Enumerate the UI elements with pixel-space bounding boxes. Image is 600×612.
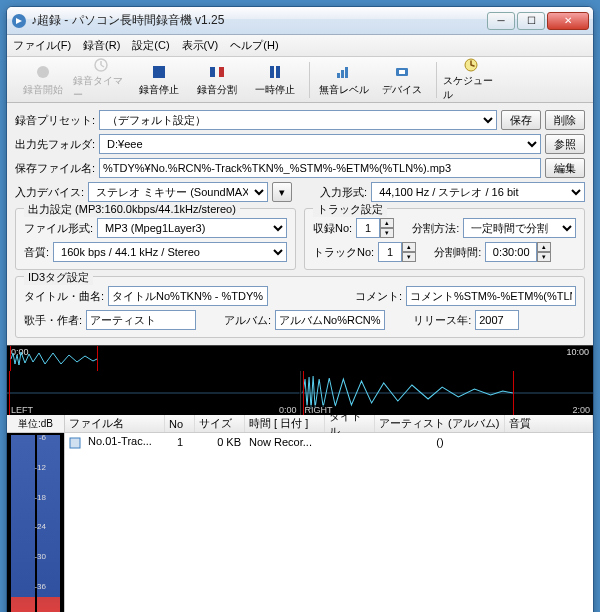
col-size[interactable]: サイズ: [195, 415, 245, 432]
waveform-right[interactable]: RIGHT 2:00: [301, 371, 594, 415]
output-group-title: 出力設定 (MP3:160.0kbps/44.1kHz/stereo): [24, 202, 240, 217]
rec-timer-button[interactable]: 録音タイマー: [73, 60, 129, 100]
preset-delete-button[interactable]: 削除: [545, 110, 585, 130]
titlebar[interactable]: ♪超録 - パソコン長時間録音機 v1.25 ─ ☐ ✕: [7, 7, 593, 35]
toolbar: 録音開始 録音タイマー 録音停止 録音分割 一時停止 無音レベル デバイス スケ…: [7, 57, 593, 103]
menu-settings[interactable]: 設定(C): [132, 38, 169, 53]
col-time[interactable]: 時間 [ 日付 ]: [245, 415, 325, 432]
svg-rect-16: [70, 438, 80, 448]
input-device-select[interactable]: ステレオ ミキサー (SoundMAX Int: [88, 182, 268, 202]
maximize-button[interactable]: ☐: [517, 12, 545, 30]
pause-button[interactable]: 一時停止: [247, 60, 303, 100]
device-button[interactable]: デバイス: [374, 60, 430, 100]
split-time-label: 分割時間:: [434, 245, 481, 260]
output-settings-group: 出力設定 (MP3:160.0kbps/44.1kHz/stereo) ファイル…: [15, 208, 296, 270]
svg-rect-7: [276, 66, 280, 78]
col-artist[interactable]: アーティスト (アルバム): [375, 415, 505, 432]
clock-icon: [461, 57, 481, 73]
id3-group: ID3タグ設定 タイトル・曲名: コメント: 歌手・作者: アルバム: リリース…: [15, 276, 585, 338]
quality-label: 音質:: [24, 245, 49, 260]
col-quality[interactable]: 音質: [505, 415, 593, 432]
track-group-title: トラック設定: [313, 202, 387, 217]
split-icon: [207, 62, 227, 82]
window-title: ♪超録 - パソコン長時間録音機 v1.25: [31, 12, 487, 29]
split-time-down[interactable]: ▾: [537, 252, 551, 262]
app-icon: [11, 13, 27, 29]
preset-label: 録音プリセット:: [15, 113, 95, 128]
svg-point-1: [37, 66, 49, 78]
minimize-button[interactable]: ─: [487, 12, 515, 30]
meter-header: 単位:dB: [7, 415, 64, 433]
right-channel-label: RIGHT: [303, 405, 335, 415]
browse-button[interactable]: 参照: [545, 134, 585, 154]
meter-scale: -6-12-18-24-30-36-42: [26, 433, 46, 612]
trackno-input[interactable]: [378, 242, 402, 262]
menu-file[interactable]: ファイル(F): [13, 38, 71, 53]
id3-album-input[interactable]: [275, 310, 385, 330]
id3-year-input[interactable]: [475, 310, 519, 330]
rec-start-button[interactable]: 録音開始: [15, 60, 71, 100]
device-icon: [392, 62, 412, 82]
input-format-label: 入力形式:: [320, 185, 367, 200]
svg-rect-10: [345, 67, 348, 78]
schedule-button[interactable]: スケジュール: [443, 60, 499, 100]
app-window: ♪超録 - パソコン長時間録音機 v1.25 ─ ☐ ✕ ファイル(F) 録音(…: [6, 6, 594, 612]
pause-icon: [265, 62, 285, 82]
split-time-input[interactable]: [485, 242, 537, 262]
record-icon: [33, 62, 53, 82]
id3-title-label: タイトル・曲名:: [24, 289, 104, 304]
rec-stop-button[interactable]: 録音停止: [131, 60, 187, 100]
id3-title-input[interactable]: [108, 286, 268, 306]
svg-rect-9: [341, 70, 344, 78]
svg-rect-5: [219, 67, 224, 77]
overview-waveform[interactable]: 0:00 10:00: [7, 345, 593, 371]
id3-album-label: アルバム:: [224, 313, 271, 328]
recno-up[interactable]: ▴: [380, 218, 394, 228]
input-format-select[interactable]: 44,100 Hz / ステレオ / 16 bit: [371, 182, 585, 202]
save-filename-label: 保存ファイル名:: [15, 161, 95, 176]
file-list-header[interactable]: ファイル名 No サイズ 時間 [ 日付 ] タイトル アーティスト (アルバム…: [65, 415, 593, 433]
file-icon: [69, 437, 81, 449]
preset-save-button[interactable]: 保存: [501, 110, 541, 130]
recno-down[interactable]: ▾: [380, 228, 394, 238]
svg-rect-4: [210, 67, 215, 77]
split-method-select[interactable]: 一定時間で分割: [463, 218, 576, 238]
menu-help[interactable]: ヘルプ(H): [230, 38, 278, 53]
input-device-label: 入力デバイス:: [15, 185, 84, 200]
col-name[interactable]: ファイル名: [65, 415, 165, 432]
file-format-select[interactable]: MP3 (Mpeg1Layer3): [97, 218, 287, 238]
close-button[interactable]: ✕: [547, 12, 589, 30]
id3-artist-input[interactable]: [86, 310, 196, 330]
table-row[interactable]: No.01-Trac... 1 0 KB Now Recor... (): [65, 433, 593, 451]
menu-rec[interactable]: 録音(R): [83, 38, 120, 53]
track-settings-group: トラック設定 収録No: ▴▾ 分割方法: 一定時間で分割 トラックNo: ▴▾…: [304, 208, 585, 270]
split-time-up[interactable]: ▴: [537, 242, 551, 252]
input-device-more-button[interactable]: ▾: [272, 182, 292, 202]
edit-button[interactable]: 編集: [545, 158, 585, 178]
output-folder-select[interactable]: D:¥eee: [99, 134, 541, 154]
col-title[interactable]: タイトル: [325, 415, 375, 432]
id3-group-title: ID3タグ設定: [24, 270, 93, 285]
svg-rect-12: [399, 70, 405, 74]
id3-comment-input[interactable]: [406, 286, 576, 306]
recno-input[interactable]: [356, 218, 380, 238]
rec-split-button[interactable]: 録音分割: [189, 60, 245, 100]
id3-year-label: リリース年:: [413, 313, 471, 328]
id3-artist-label: 歌手・作者:: [24, 313, 82, 328]
svg-rect-8: [337, 73, 340, 78]
quality-select[interactable]: 160k bps / 44.1 kHz / Stereo: [53, 242, 287, 262]
waveform-left[interactable]: LEFT 0:00: [7, 371, 301, 415]
split-method-label: 分割方法:: [412, 221, 459, 236]
col-no[interactable]: No: [165, 415, 195, 432]
trackno-down[interactable]: ▾: [402, 252, 416, 262]
save-filename-input[interactable]: [99, 158, 541, 178]
stop-icon: [149, 62, 169, 82]
id3-comment-label: コメント:: [355, 289, 402, 304]
svg-rect-3: [153, 66, 165, 78]
menu-view[interactable]: 表示(V): [182, 38, 219, 53]
menubar: ファイル(F) 録音(R) 設定(C) 表示(V) ヘルプ(H): [7, 35, 593, 57]
trackno-up[interactable]: ▴: [402, 242, 416, 252]
output-folder-label: 出力先フォルダ:: [15, 137, 95, 152]
preset-select[interactable]: （デフォルト設定）: [99, 110, 497, 130]
silence-level-button[interactable]: 無音レベル: [316, 60, 372, 100]
